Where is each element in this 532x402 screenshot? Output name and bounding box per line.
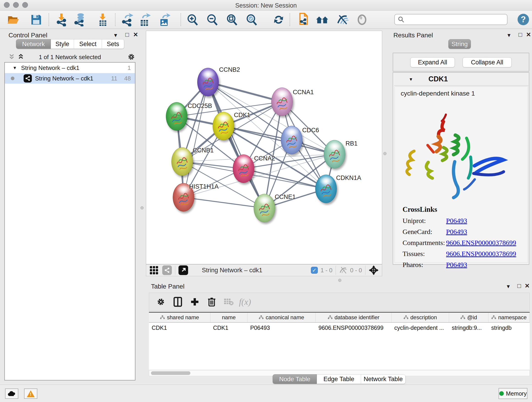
- table-options-gear-icon[interactable]: [155, 296, 167, 308]
- export-table-icon[interactable]: [138, 13, 151, 26]
- tab-network[interactable]: Network: [16, 39, 51, 49]
- hidden-eye-icon[interactable]: [339, 266, 348, 274]
- crosslink-link[interactable]: P06493: [446, 228, 467, 236]
- import-network-database-icon[interactable]: [74, 13, 87, 26]
- network-node-cdc25b[interactable]: [166, 102, 187, 131]
- table-cell[interactable]: stringdb:9...: [449, 323, 488, 333]
- zoom-selected-icon[interactable]: [245, 13, 258, 26]
- tab-edge-table[interactable]: Edge Table: [317, 374, 361, 384]
- table-panel-close-icon[interactable]: ✕: [525, 282, 530, 289]
- control-panel-menu-icon[interactable]: ▾: [114, 32, 117, 39]
- selected-checkbox-icon[interactable]: ✓: [311, 267, 318, 274]
- control-panel-float-icon[interactable]: □: [125, 31, 129, 38]
- table-cell[interactable]: cyclin-dependent ...: [392, 323, 449, 333]
- memory-button[interactable]: Memory: [499, 388, 527, 399]
- zoom-fit-icon[interactable]: [225, 13, 238, 26]
- toolbar-separator: [49, 13, 49, 26]
- cloud-button[interactable]: [5, 389, 18, 399]
- delete-column-trash-icon[interactable]: [206, 296, 218, 308]
- results-panel-menu-icon[interactable]: ▾: [507, 32, 510, 39]
- pan-crosshair-icon[interactable]: [369, 265, 379, 275]
- entry-collapse-icon[interactable]: ▾: [410, 76, 412, 82]
- tab-network-table[interactable]: Network Table: [361, 374, 405, 384]
- column-header-name[interactable]: name: [210, 313, 247, 322]
- network-node-rb1[interactable]: [324, 140, 345, 168]
- table-cell[interactable]: CDK1: [149, 323, 210, 333]
- horizontal-splitter-handle[interactable]: [338, 279, 341, 282]
- homes-icon[interactable]: [316, 13, 329, 26]
- zoom-out-icon[interactable]: [206, 13, 219, 26]
- table-panel-menu-icon[interactable]: ▾: [507, 283, 510, 290]
- birds-eye-grid-icon[interactable]: [150, 266, 158, 274]
- results-panel-close-icon[interactable]: ✕: [526, 31, 531, 38]
- network-node-cdc6[interactable]: [281, 126, 302, 154]
- control-panel-title: Control Panel: [8, 32, 47, 39]
- help-icon[interactable]: ?: [518, 14, 529, 25]
- table-cell[interactable]: stringdb: [488, 323, 530, 333]
- network-node-ccna1[interactable]: [271, 88, 293, 116]
- column-header-database-identifier[interactable]: database identifier: [316, 313, 392, 322]
- export-network-icon[interactable]: [121, 13, 134, 26]
- show-columns-icon[interactable]: [172, 296, 184, 308]
- table-cell[interactable]: 9606.ENSP00000378699: [316, 323, 392, 333]
- column-header-shared-name[interactable]: shared name: [149, 313, 210, 322]
- crosslink-label: Tissues:: [403, 250, 446, 258]
- tab-node-table[interactable]: Node Table: [273, 374, 317, 384]
- eye-icon[interactable]: [355, 13, 368, 26]
- control-panel-close-icon[interactable]: ✕: [133, 31, 138, 38]
- export-image-icon[interactable]: [158, 13, 171, 26]
- table-panel-float-icon[interactable]: □: [517, 282, 521, 289]
- network-row-selected[interactable]: String Network – cdk1 11 48: [5, 73, 135, 84]
- network-node-ccnb1[interactable]: [171, 147, 193, 176]
- column-header-canonical-name[interactable]: canonical name: [247, 313, 316, 322]
- warnings-button[interactable]: [24, 389, 37, 399]
- import-network-file-icon[interactable]: [55, 13, 68, 26]
- crosslink-link[interactable]: P06493: [446, 217, 467, 225]
- table-cell[interactable]: CDK1: [210, 323, 247, 333]
- network-options-gear-icon[interactable]: [127, 53, 135, 61]
- network-collection-row[interactable]: ▾ String Network – cdk1 1: [5, 63, 135, 73]
- refresh-icon[interactable]: [272, 13, 285, 26]
- crosslink-link[interactable]: 9606.ENSP00000378699: [446, 250, 516, 258]
- expand-all-button[interactable]: Expand All: [410, 57, 455, 67]
- network-node-cdk1[interactable]: [213, 112, 234, 140]
- column-header--id[interactable]: @id: [449, 313, 488, 322]
- crosslink-link[interactable]: 9606.ENSP00000378699: [446, 239, 516, 247]
- string-view-icon[interactable]: [162, 265, 172, 275]
- tab-string[interactable]: String: [448, 39, 471, 49]
- open-in-new-window-icon[interactable]: [178, 265, 188, 275]
- search-input[interactable]: [394, 14, 507, 25]
- open-session-icon[interactable]: [7, 13, 20, 26]
- save-session-icon[interactable]: [30, 13, 43, 26]
- delete-table-icon[interactable]: [222, 296, 235, 308]
- tab-sets[interactable]: Sets: [102, 39, 124, 49]
- network-node-ccne1[interactable]: [254, 194, 275, 222]
- import-table-icon[interactable]: [96, 13, 109, 26]
- zoom-in-icon[interactable]: [186, 13, 199, 26]
- entry-header[interactable]: ▾ CDK1: [394, 73, 528, 86]
- network-node-ccna2[interactable]: [233, 154, 254, 183]
- column-header-namespace[interactable]: namespace: [488, 313, 530, 322]
- results-panel-float-icon[interactable]: □: [519, 31, 522, 38]
- left-splitter-handle[interactable]: [140, 206, 144, 210]
- crosslink-label: Pharos:: [403, 261, 446, 269]
- network-node-ccnb2[interactable]: [197, 68, 219, 96]
- network-node-cdkn1a[interactable]: [315, 175, 337, 203]
- table-row[interactable]: CDK1CDK1P064939606.ENSP00000378699cyclin…: [149, 323, 530, 333]
- table-cell[interactable]: P06493: [247, 323, 316, 333]
- collapse-all-button[interactable]: Collapse All: [462, 57, 512, 67]
- right-splitter-handle[interactable]: [383, 152, 386, 155]
- tab-select[interactable]: Select: [74, 39, 102, 49]
- file-network-icon[interactable]: [297, 13, 309, 26]
- network-node-label: HIST1H1A: [189, 183, 219, 190]
- tab-style[interactable]: Style: [51, 39, 74, 49]
- function-builder-icon[interactable]: f(x): [239, 296, 251, 308]
- network-canvas[interactable]: CCNB2CCNA1CDC25BCDK1CDC6RB1CCNB1CCNA2CDK…: [146, 31, 382, 264]
- crosslink-link[interactable]: P06493: [446, 261, 467, 269]
- create-column-plus-icon[interactable]: [189, 296, 201, 308]
- hide-unhide-icon[interactable]: [336, 13, 349, 26]
- tree-expand-icon[interactable]: ▾: [13, 65, 16, 71]
- scrollbar-thumb[interactable]: [151, 371, 190, 375]
- column-header-description[interactable]: description: [392, 313, 449, 322]
- crosslink-row: GeneCard:P06493: [403, 228, 522, 236]
